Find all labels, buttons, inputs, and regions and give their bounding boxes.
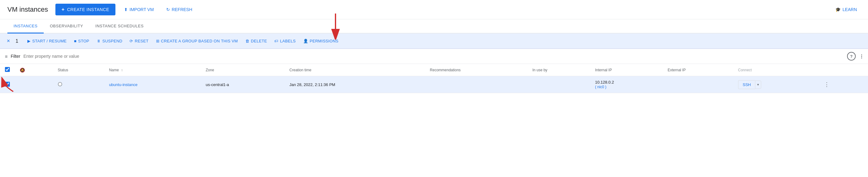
th-connect: Connect: [733, 64, 817, 76]
permissions-label: PERMISSIONS: [310, 39, 339, 43]
tab-instances[interactable]: INSTANCES: [7, 20, 44, 34]
learn-button[interactable]: 🎓 LEARN: [832, 5, 861, 14]
suspend-button[interactable]: ⏸ SUSPEND: [94, 37, 125, 45]
td-more: ⋮: [816, 76, 868, 93]
import-vm-label: IMPORT VM: [130, 7, 154, 12]
bell-off-icon: 🔕: [20, 68, 25, 73]
tab-instance-schedules[interactable]: INSTANCE SCHEDULES: [89, 20, 150, 34]
filter-bar: ≡ Filter ? ⫶: [0, 49, 868, 64]
ssh-dropdown-button[interactable]: ▾: [755, 80, 761, 89]
tabs-bar: INSTANCES OBSERVABILITY INSTANCE SCHEDUL…: [0, 20, 868, 34]
th-status: Status: [53, 64, 104, 76]
td-name: ubuntu-instance: [104, 76, 201, 93]
refresh-icon: ↻: [166, 7, 170, 12]
status-stopped-icon: [58, 82, 62, 86]
labels-button[interactable]: 🏷 LABELS: [271, 37, 299, 45]
reset-label: RESET: [135, 39, 149, 43]
delete-button[interactable]: 🗑 DELETE: [242, 37, 270, 45]
labels-label: LABELS: [280, 39, 296, 43]
td-creation-time: Jan 28, 2022, 2:11:36 PM: [284, 76, 425, 93]
action-bar-wrapper: × 1 ▶ START / RESUME ■ STOP ⏸ SUSPEND ⟳ …: [0, 34, 868, 49]
pause-icon: ⏸: [97, 39, 101, 43]
permissions-button[interactable]: 👤 PERMISSIONS: [300, 37, 342, 45]
th-in-use-by: In use by: [528, 64, 590, 76]
select-all-checkbox[interactable]: [5, 67, 10, 72]
table-row: ubuntu-instance us-central1-a Jan 28, 20…: [0, 76, 868, 93]
stop-label: STOP: [78, 39, 89, 43]
td-connect: SSH ▾: [733, 76, 817, 93]
start-resume-label: START / RESUME: [32, 39, 67, 43]
action-bar: × 1 ▶ START / RESUME ■ STOP ⏸ SUSPEND ⟳ …: [0, 34, 868, 49]
td-recommendations: [425, 76, 528, 93]
learn-label: LEARN: [842, 7, 857, 12]
nic-link[interactable]: ( nic0 ): [595, 85, 607, 89]
refresh-button[interactable]: ↻ REFRESH: [162, 5, 196, 14]
refresh-label: REFRESH: [172, 7, 192, 12]
label-icon: 🏷: [274, 39, 278, 43]
header-bar: VM instances + CREATE INSTANCE ⬆ IMPORT …: [0, 0, 868, 20]
import-vm-button[interactable]: ⬆ IMPORT VM: [120, 5, 158, 14]
create-instance-button[interactable]: + CREATE INSTANCE: [55, 4, 116, 15]
th-zone: Zone: [201, 64, 284, 76]
instance-name-link[interactable]: ubuntu-instance: [109, 82, 137, 87]
td-in-use-by: [528, 76, 590, 93]
reset-icon: ⟳: [130, 39, 133, 43]
reset-button[interactable]: ⟳ RESET: [126, 37, 151, 45]
table-header-row: 🔕 Status Name ↑ Zone Creation time Recom…: [0, 64, 868, 76]
ssh-button[interactable]: SSH: [738, 80, 755, 89]
chevron-down-icon: ▾: [757, 83, 759, 86]
th-actions: [816, 64, 868, 76]
th-internal-ip: Internal IP: [590, 64, 663, 76]
ssh-group: SSH ▾: [738, 80, 812, 89]
filter-icon: ≡: [5, 54, 8, 59]
td-external-ip: [663, 76, 733, 93]
filter-input[interactable]: [23, 54, 844, 59]
th-creation-time: Creation time: [284, 64, 425, 76]
tab-observability[interactable]: OBSERVABILITY: [44, 20, 89, 34]
stop-button[interactable]: ■ STOP: [71, 37, 93, 45]
td-bell: [15, 76, 53, 93]
delete-label: DELETE: [251, 39, 267, 43]
person-icon: 👤: [303, 39, 308, 43]
deselect-button[interactable]: ×: [5, 36, 12, 46]
play-icon: ▶: [27, 39, 30, 43]
th-recommendations: Recommendations: [425, 64, 528, 76]
group-icon: ⊞: [156, 39, 159, 43]
sort-icon: ↑: [121, 68, 123, 72]
th-name[interactable]: Name ↑: [104, 64, 201, 76]
plus-icon: +: [62, 7, 65, 12]
columns-icon[interactable]: ⫶: [860, 53, 863, 60]
td-internal-ip: 10.128.0.2 ( nic0 ): [590, 76, 663, 93]
selected-count: 1: [13, 37, 21, 45]
more-actions-button[interactable]: ⋮: [822, 80, 832, 89]
th-external-ip: External IP: [663, 64, 733, 76]
trash-icon: 🗑: [245, 39, 249, 43]
learn-icon: 🎓: [835, 7, 841, 12]
suspend-label: SUSPEND: [102, 39, 122, 43]
row-checkbox[interactable]: [5, 82, 10, 87]
close-icon: ×: [7, 38, 10, 44]
stop-icon: ■: [74, 39, 76, 43]
filter-label: Filter: [11, 54, 20, 59]
td-checkbox: [0, 76, 15, 93]
th-bell: 🔕: [15, 64, 53, 76]
create-instance-label: CREATE INSTANCE: [67, 7, 109, 12]
start-resume-button[interactable]: ▶ START / RESUME: [24, 37, 69, 45]
more-vert-icon: ⋮: [824, 81, 830, 87]
create-group-label: CREATE A GROUP BASED ON THIS VM: [161, 39, 238, 43]
td-zone: us-central1-a: [201, 76, 284, 93]
instances-table: 🔕 Status Name ↑ Zone Creation time Recom…: [0, 64, 868, 93]
th-checkbox: [0, 64, 15, 76]
import-icon: ⬆: [124, 7, 128, 12]
help-icon[interactable]: ?: [847, 52, 856, 61]
create-group-button[interactable]: ⊞ CREATE A GROUP BASED ON THIS VM: [153, 37, 241, 45]
page-title: VM instances: [7, 5, 48, 13]
td-status: [53, 76, 104, 93]
